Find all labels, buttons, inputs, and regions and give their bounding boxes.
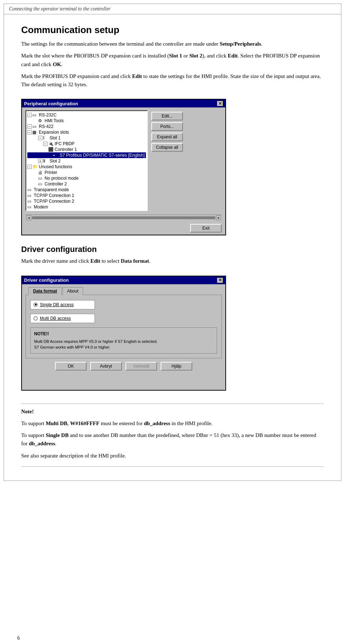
- unused-icon: 📁: [32, 164, 38, 169]
- tab-dataformat[interactable]: Data format: [28, 287, 62, 295]
- note-section-title: Note!: [21, 409, 34, 414]
- tree-item-ctrl2[interactable]: ▭ Controller 2: [27, 181, 146, 187]
- tree-item-tcpip2[interactable]: ▭ TCP/IP Connection 2: [27, 198, 146, 204]
- tree-label-slot2: Slot 2: [50, 158, 61, 164]
- tree-label-modem: Modem: [34, 204, 48, 210]
- peripheral-close-button[interactable]: ✕: [217, 101, 223, 106]
- tree-label-slot1: Slot 1: [50, 135, 61, 141]
- peripheral-title: Peripheral configuration: [24, 101, 78, 106]
- tree-label-noprotocol: No protocol mode: [45, 176, 79, 181]
- peripheral-titlebar: Peripheral configuration ✕: [22, 100, 225, 107]
- scroll-right-arrow[interactable]: ▸: [216, 215, 221, 220]
- expand-slot2[interactable]: +: [38, 159, 42, 163]
- tree-label-tcpip1: TCP/IP Connection 1: [34, 193, 74, 198]
- tree-item-printer[interactable]: 🖨 Printer: [27, 170, 146, 175]
- tree-item-unused[interactable]: − 📁 Unused functions: [27, 164, 146, 170]
- tree-item-slot2[interactable]: + Ⅱ Slot 2: [27, 158, 146, 164]
- tree-item-transparent[interactable]: ▭ Transparent mode: [27, 187, 146, 193]
- tree-label-unused: Unused functions: [39, 164, 72, 169]
- section1-para1: The settings for the communication betwe…: [21, 40, 324, 48]
- expand-all-button[interactable]: Expand all: [151, 133, 183, 141]
- tree-item-s7profibus[interactable]: ▪ S7 Profibus DP/SIMATIC S7-series [Engl…: [27, 152, 146, 158]
- tree-item-hmitools[interactable]: ⚙ HMI Tools: [27, 118, 146, 124]
- tree-label-ctrl1: Controller 1: [55, 147, 77, 152]
- multi-db-radio[interactable]: [33, 316, 38, 321]
- hjalp-button[interactable]: Hjälp: [161, 362, 192, 371]
- tab-about[interactable]: About: [63, 287, 83, 295]
- single-db-label: Single DB access: [40, 302, 74, 307]
- driver-tab-content: Single DB access Multi DB access: [26, 295, 222, 358]
- edit-button[interactable]: Edit...: [151, 112, 183, 120]
- ports-button[interactable]: Ports...: [151, 122, 183, 131]
- tree-item-modem[interactable]: ▭ Modem: [27, 204, 146, 210]
- expand-slot1[interactable]: −: [38, 136, 42, 140]
- tree-label-ctrl2: Controller 2: [45, 181, 67, 187]
- multi-db-label: Multi DB access: [40, 316, 71, 321]
- note-divider-bottom: [21, 466, 324, 467]
- note-para3: See also separate description of the HMI…: [21, 452, 324, 460]
- ok-button[interactable]: OK: [55, 362, 87, 371]
- note-divider: [21, 404, 324, 404]
- serial-icon: ▭: [32, 112, 38, 118]
- note-title: NOTE!!: [34, 331, 213, 337]
- tree-item-ctrl1[interactable]: ⬛ Controller 1: [27, 147, 146, 152]
- tcpip1-icon: ▭: [27, 193, 33, 198]
- tool-icon: ⚙: [38, 118, 44, 123]
- tree-label-rs422: RS-422: [39, 124, 54, 129]
- horizontal-scrollbar[interactable]: ◂ ▸: [26, 215, 222, 220]
- modem-icon: ▭: [27, 204, 33, 210]
- tree-item-noprotocol[interactable]: ▭ No protocol mode: [27, 175, 146, 181]
- ifc-icon: 🔌: [48, 141, 54, 146]
- transparent-icon: ▭: [27, 187, 33, 192]
- scroll-track: [32, 216, 215, 219]
- expand-rs232c[interactable]: −: [27, 113, 32, 117]
- multi-db-option[interactable]: Multi DB access: [30, 314, 95, 323]
- expand-unused[interactable]: −: [27, 165, 32, 169]
- slot2-icon: Ⅱ: [43, 158, 49, 164]
- peripheral-buttons: Edit... Ports... Expand all Collapse all: [151, 110, 183, 152]
- exit-button[interactable]: Exit: [190, 224, 222, 233]
- driver-titlebar: Driver configuration ✕: [22, 276, 225, 284]
- tree-label-tcpip2: TCP/IP Connection 2: [34, 199, 74, 204]
- header-text: Connecting the operator terminal to the …: [9, 6, 111, 12]
- expand-expansion[interactable]: −: [27, 130, 32, 134]
- tree-label-expansion: Expansion slots: [39, 130, 69, 135]
- driver-dialog-buttons: OK Avbryt Verkställ Hjälp: [26, 358, 222, 373]
- tree-label-printer: Printer: [45, 170, 57, 175]
- tree-item-expansion[interactable]: − ▦ Expansion slots: [27, 129, 146, 135]
- driver-tabs: Data format About: [26, 287, 222, 295]
- expand-rs422[interactable]: −: [27, 124, 32, 129]
- single-db-row: Single DB access: [30, 300, 217, 309]
- tree-item-slot1[interactable]: − Ⅰ Slot 1: [27, 135, 146, 141]
- driver-title: Driver configuration: [24, 277, 69, 283]
- collapse-all-button[interactable]: Collapse all: [151, 143, 183, 152]
- section2-title: Driver configuration: [21, 245, 324, 254]
- peripheral-dialog: Peripheral configuration ✕ − ▭ RS-232C: [21, 99, 226, 235]
- tree-label-ifcpbdp: IFC PBDP: [55, 141, 74, 146]
- expansion-icon: ▦: [32, 130, 38, 135]
- note-text: Multi DB Access requires MPP V5.0 or hig…: [34, 339, 213, 350]
- tree-item-rs232c[interactable]: − ▭ RS-232C: [27, 112, 146, 118]
- note-para1: To support Multi DB, W#16#FFFF must be e…: [21, 419, 324, 428]
- tree-item-tcpip1[interactable]: ▭ TCP/IP Connection 1: [27, 193, 146, 198]
- expand-ifcpbdp[interactable]: −: [43, 142, 47, 146]
- section1-para2: Mark the slot where the PROFIBUS DP expa…: [21, 52, 324, 69]
- section1-title: Communication setup: [21, 24, 324, 36]
- note-para2: To support Single DB and to use another …: [21, 431, 324, 448]
- scroll-left-arrow[interactable]: ◂: [26, 215, 31, 220]
- single-db-radio[interactable]: [33, 303, 38, 307]
- driver-body: Data format About Single DB access: [22, 284, 225, 376]
- section2-text: Mark the driver name and click Edit to s…: [21, 257, 324, 265]
- rs422-icon: ▭: [32, 124, 38, 129]
- single-db-option[interactable]: Single DB access: [30, 300, 95, 309]
- avbryt-button[interactable]: Avbryt: [90, 362, 122, 371]
- peripheral-tree[interactable]: − ▭ RS-232C ⚙ HMI Tools − ▭: [26, 110, 148, 211]
- tree-item-rs422[interactable]: − ▭ RS-422: [27, 124, 146, 129]
- driver-close-button[interactable]: ✕: [217, 277, 223, 283]
- tree-label-s7profibus: S7 Profibus DP/SIMATIC S7-series [Englis…: [60, 153, 145, 158]
- tcpip2-icon: ▭: [27, 199, 33, 204]
- s7-icon: ▪: [53, 153, 59, 158]
- note-section: Note! To support Multi DB, W#16#FFFF mus…: [21, 408, 324, 460]
- tree-item-ifcpbdp[interactable]: − 🔌 IFC PBDP: [27, 141, 146, 147]
- verkstall-button[interactable]: Verkställ: [125, 362, 157, 371]
